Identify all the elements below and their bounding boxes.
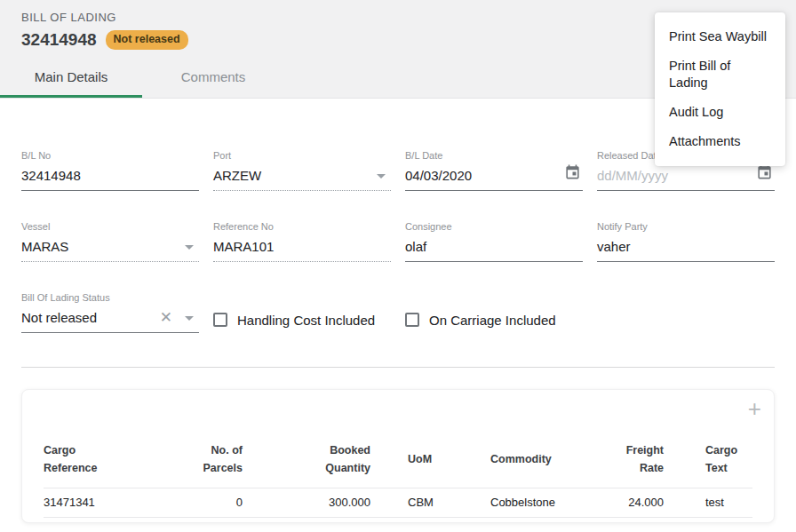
port-select[interactable]: ARZEW: [213, 166, 391, 191]
notify-party-input[interactable]: vaher: [597, 237, 775, 262]
checkbox-icon[interactable]: [213, 313, 227, 327]
on-carriage-checkbox[interactable]: On Carriage Included: [405, 311, 583, 329]
bl-status-select[interactable]: Not released: [21, 308, 199, 333]
bl-date-input[interactable]: 04/03/2020: [405, 166, 583, 191]
calendar-icon[interactable]: [756, 163, 773, 184]
cell-uom: CBM: [370, 488, 490, 518]
document-number: 32414948: [21, 30, 97, 50]
bl-no-field: B/L No 32414948: [21, 150, 199, 191]
main-details-form: B/L No 32414948 Port ARZEW B/L Date 04/0…: [0, 150, 796, 333]
menu-item-print-sea-waybill[interactable]: Print Sea Waybill: [655, 22, 785, 52]
cell-cargo-reference: 31471341: [44, 488, 190, 518]
col-commodity: Commodity: [490, 390, 588, 488]
checkbox-icon[interactable]: [405, 313, 419, 327]
notify-party-field: Notify Party vaher: [597, 221, 775, 262]
table-row[interactable]: 31471341 0 300.000 CBM Cobbelstone 24.00…: [44, 488, 752, 518]
bl-status-field: Bill Of Lading Status Not released ✕: [21, 292, 199, 333]
consignee-field: Consignee olaf: [405, 221, 583, 262]
calendar-icon[interactable]: [564, 163, 581, 184]
dropdown-arrow-icon[interactable]: [185, 316, 194, 321]
menu-item-audit-log[interactable]: Audit Log: [655, 98, 785, 127]
add-cargo-button[interactable]: +: [748, 397, 761, 420]
bl-date-field: B/L Date 04/03/2020: [405, 150, 583, 191]
vessel-select[interactable]: MARAS: [21, 237, 199, 262]
reference-no-field: Reference No MARA101: [213, 221, 391, 262]
dropdown-arrow-icon[interactable]: [185, 245, 194, 250]
bl-status-label: Bill Of Lading Status: [21, 292, 199, 304]
col-no-of-parcels: No. ofParcels: [190, 390, 243, 488]
handling-cost-checkbox[interactable]: Handling Cost Included: [213, 311, 391, 329]
menu-item-print-bill-of-lading[interactable]: Print Bill of Lading: [655, 52, 785, 98]
status-badge: Not released: [106, 30, 188, 50]
reference-no-label: Reference No: [213, 221, 391, 233]
bl-no-label: B/L No: [21, 150, 199, 162]
consignee-label: Consignee: [405, 221, 583, 233]
on-carriage-label: On Carriage Included: [429, 313, 556, 328]
handling-cost-label: Handling Cost Included: [237, 313, 375, 328]
clear-icon[interactable]: ✕: [160, 310, 172, 325]
col-cargo-reference: CargoReference: [44, 390, 190, 488]
col-uom: UoM: [370, 390, 490, 488]
vessel-label: Vessel: [21, 221, 199, 233]
tab-main-details[interactable]: Main Details: [0, 59, 142, 98]
vessel-field: Vessel MARAS: [21, 221, 199, 262]
cell-commodity: Cobbelstone: [490, 488, 588, 518]
cell-booked-quantity: 300.000: [243, 488, 370, 518]
bl-date-label: B/L Date: [405, 150, 583, 162]
port-field: Port ARZEW: [213, 150, 391, 191]
cell-freight-rate: 24.000: [588, 488, 664, 518]
port-label: Port: [213, 150, 391, 162]
dropdown-arrow-icon[interactable]: [377, 174, 386, 179]
released-date-input[interactable]: dd/MM/yyyy: [597, 166, 775, 191]
notify-party-label: Notify Party: [597, 221, 775, 233]
cargo-card: + CargoReference No. ofParcels BookedQua…: [21, 389, 775, 523]
reference-no-input[interactable]: MARA101: [213, 237, 391, 262]
cargo-table: CargoReference No. ofParcels BookedQuant…: [44, 390, 752, 518]
section-divider: [21, 367, 775, 368]
cell-no-of-parcels: 0: [190, 488, 243, 518]
consignee-input[interactable]: olaf: [405, 237, 583, 262]
col-freight-rate: FreightRate: [588, 390, 664, 488]
bl-no-input[interactable]: 32414948: [21, 166, 199, 191]
col-cargo-text: CargoText: [664, 390, 752, 488]
table-header-row: CargoReference No. ofParcels BookedQuant…: [44, 390, 752, 488]
tab-comments[interactable]: Comments: [142, 59, 284, 98]
menu-item-attachments[interactable]: Attachments: [655, 127, 785, 156]
context-menu: Print Sea Waybill Print Bill of Lading A…: [655, 12, 785, 166]
cell-cargo-text: test: [664, 488, 752, 518]
col-booked-quantity: BookedQuantity: [243, 390, 370, 488]
